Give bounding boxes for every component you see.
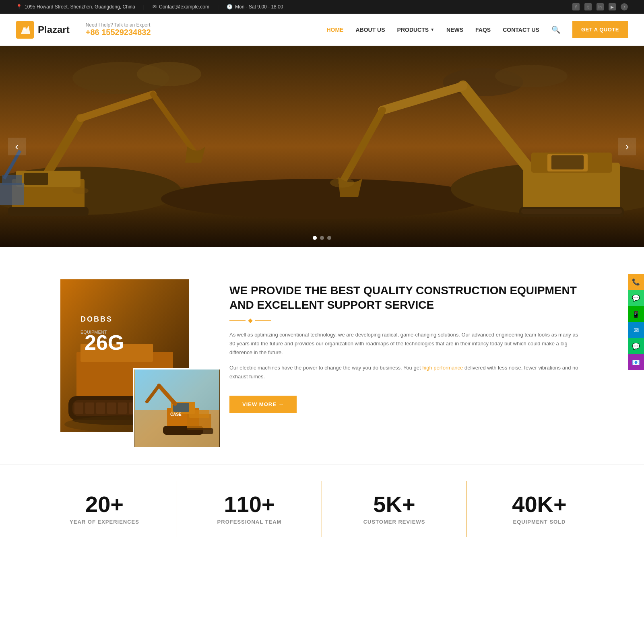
youtube-icon[interactable]: ▶ — [609, 3, 616, 10]
logo-text: Plazart — [38, 24, 70, 35]
nav-products[interactable]: PRODUCTS ▼ — [397, 27, 434, 33]
stat-experiences: 20+ YEAR OF EXPERIENCES — [32, 481, 177, 537]
svg-text:CASE: CASE — [170, 412, 182, 417]
about-images: DOBBS EQUIPMENT 26G — [60, 279, 197, 432]
stat-equipment: 40K+ EQUIPMENT SOLD — [467, 481, 612, 537]
stat-label-equipment: EQUIPMENT SOLD — [475, 519, 604, 525]
svg-point-29 — [330, 178, 354, 188]
phone-side-button[interactable]: 📞 — [628, 274, 644, 290]
divider-diamond-icon — [248, 318, 252, 323]
nav-faqs[interactable]: FAQS — [475, 27, 491, 33]
whatsapp-side-button[interactable]: 📱 — [628, 306, 644, 322]
address-text: 1095 Howard Street, Shenzhen, Guangdong,… — [25, 4, 135, 10]
about-secondary-image: CASE — [133, 368, 221, 448]
stat-label-team: PROFESSIONAL TEAM — [185, 519, 314, 525]
wechat-side-button[interactable]: 💬 — [628, 338, 644, 354]
hours-info: 🕐 Mon - Sat 9.00 - 18.00 — [227, 4, 283, 10]
chat-side-button[interactable]: 💬 — [628, 290, 644, 306]
main-header: Plazart Need I help? Talk to an Expert +… — [0, 14, 644, 46]
hero-scene — [0, 46, 644, 247]
svg-point-30 — [72, 188, 89, 194]
email-info: ✉ Contact@example.com — [153, 4, 209, 10]
stat-reviews: 5K+ CUSTOMER REVIEWS — [322, 481, 467, 537]
svg-rect-62 — [185, 428, 213, 434]
svg-rect-43 — [118, 402, 127, 414]
stat-label-experiences: YEAR OF EXPERIENCES — [40, 519, 169, 525]
svg-rect-16 — [8, 207, 89, 216]
email-text: Contact@example.com — [159, 4, 209, 10]
stat-number-reviews: 5K+ — [330, 493, 458, 516]
email-side-button[interactable]: 📧 — [628, 354, 644, 370]
divider-line-right — [255, 320, 271, 321]
social-links: f t in ▶ ♪ — [572, 3, 628, 10]
need-help-text: Need I help? Talk to an Expert — [86, 22, 151, 28]
svg-point-5 — [495, 65, 568, 87]
highlight-text: high performance — [422, 365, 463, 371]
svg-text:26G: 26G — [85, 331, 124, 354]
main-nav: HOME ABOUT US PRODUCTS ▼ NEWS FAQS CONTA… — [326, 21, 628, 38]
stat-number-experiences: 20+ — [40, 493, 169, 516]
logo-icon — [16, 21, 34, 39]
svg-point-0 — [23, 27, 27, 31]
about-text-2: Our electric machines have the power to … — [229, 363, 584, 381]
get-quote-button[interactable]: GET A QUOTE — [572, 21, 628, 38]
divider1: | — [143, 4, 144, 10]
svg-rect-26 — [551, 155, 584, 169]
stat-number-equipment: 40K+ — [475, 493, 604, 516]
stat-team: 110+ PROFESSIONAL TEAM — [177, 481, 322, 537]
stat-label-reviews: CUSTOMER REVIEWS — [330, 519, 458, 525]
about-section: DOBBS EQUIPMENT 26G — [0, 247, 644, 464]
clock-icon: 🕐 — [227, 4, 233, 10]
chevron-down-icon: ▼ — [430, 27, 434, 32]
excavator-field-image: CASE — [135, 369, 219, 447]
svg-rect-41 — [96, 402, 105, 414]
address-info: 📍 1095 Howard Street, Shenzhen, Guangdon… — [16, 4, 135, 10]
hero-section: ALL IN ONE SOLUTION Your One-Stop Source… — [0, 46, 644, 247]
hero-next-button[interactable]: › — [618, 138, 636, 155]
about-title: WE PROVIDE THE BEST QUALITY CONSTRUCTION… — [229, 283, 584, 313]
svg-rect-61 — [189, 410, 209, 418]
facebook-icon[interactable]: f — [572, 3, 580, 10]
hero-dot-2[interactable] — [320, 236, 324, 240]
search-icon[interactable]: 🔍 — [551, 25, 560, 34]
svg-rect-40 — [85, 402, 94, 414]
svg-rect-17 — [0, 183, 24, 205]
stat-number-team: 110+ — [185, 493, 314, 516]
svg-rect-39 — [74, 402, 83, 414]
view-more-button[interactable]: VIEW MORE → — [229, 396, 297, 413]
email-icon: ✉ — [153, 4, 157, 10]
address-icon: 📍 — [16, 4, 22, 10]
twitter-icon[interactable]: t — [584, 3, 592, 10]
side-buttons: 📞 💬 📱 ✉ 💬 📧 — [628, 274, 644, 370]
hero-pagination — [313, 236, 331, 240]
nav-news[interactable]: NEWS — [446, 27, 463, 33]
hero-background — [0, 46, 644, 247]
nav-home[interactable]: HOME — [326, 27, 343, 33]
top-bar-info: 📍 1095 Howard Street, Shenzhen, Guangdon… — [16, 4, 283, 10]
tiktok-icon[interactable]: ♪ — [621, 3, 628, 10]
about-text-1: As well as optimizing conventional techn… — [229, 330, 584, 357]
about-divider — [229, 319, 584, 322]
hours-text: Mon - Sat 9.00 - 18.00 — [235, 4, 283, 10]
hero-prev-button[interactable]: ‹ — [8, 138, 26, 155]
hero-dot-1[interactable] — [313, 236, 317, 240]
svg-text:DOBBS: DOBBS — [80, 315, 113, 323]
stats-section: 20+ YEAR OF EXPERIENCES 110+ PROFESSIONA… — [0, 464, 644, 553]
top-bar: 📍 1095 Howard Street, Shenzhen, Guangdon… — [0, 0, 644, 14]
telegram-side-button[interactable]: ✉ — [628, 322, 644, 338]
svg-rect-15 — [24, 173, 48, 185]
svg-rect-42 — [107, 402, 116, 414]
nav-about[interactable]: ABOUT US — [355, 27, 385, 33]
svg-rect-28 — [521, 209, 622, 214]
svg-point-3 — [137, 62, 201, 86]
nav-contact[interactable]: CONTACT US — [503, 27, 539, 33]
contact-info: Need I help? Talk to an Expert +86 15529… — [86, 22, 151, 37]
svg-point-8 — [161, 179, 483, 219]
hero-dot-3[interactable] — [327, 236, 331, 240]
divider-line-left — [229, 320, 246, 321]
divider2: | — [217, 4, 219, 10]
nav-products-label: PRODUCTS — [397, 27, 429, 33]
phone-number: +86 15529234832 — [86, 28, 151, 37]
logo-area: Plazart Need I help? Talk to an Expert +… — [16, 21, 151, 39]
instagram-icon[interactable]: in — [597, 3, 604, 10]
